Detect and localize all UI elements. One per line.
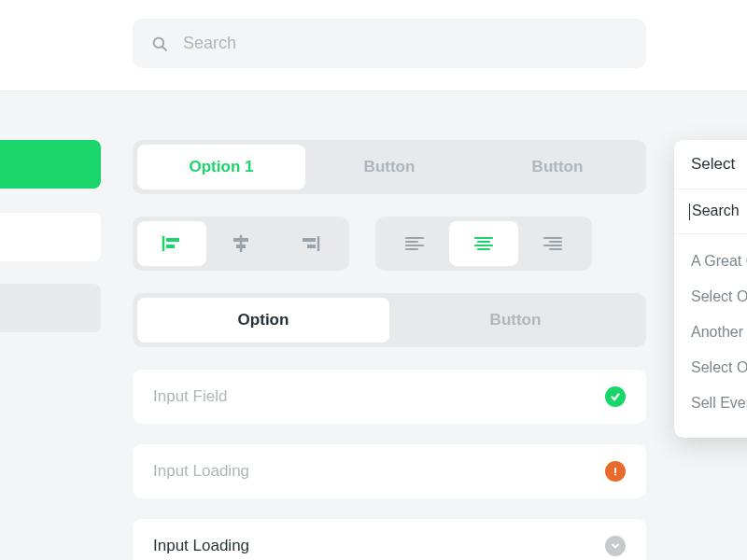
dropdown-item[interactable]: Select Option bbox=[674, 350, 747, 385]
input-field-valid[interactable]: Input Field bbox=[133, 370, 646, 424]
input-field-expandable[interactable]: Input Loading bbox=[133, 519, 646, 560]
svg-rect-3 bbox=[166, 238, 179, 242]
svg-rect-10 bbox=[307, 245, 316, 248]
align-top-icon[interactable] bbox=[137, 221, 206, 266]
search-field[interactable] bbox=[133, 19, 646, 68]
svg-rect-4 bbox=[166, 245, 175, 248]
dropdown-search[interactable]: Search bbox=[674, 189, 747, 234]
svg-point-24 bbox=[614, 474, 616, 476]
alert-icon bbox=[605, 461, 626, 482]
chevron-down-icon bbox=[605, 536, 626, 556]
align-bottom-icon[interactable] bbox=[275, 221, 345, 266]
segment2-option-1[interactable]: Option bbox=[137, 298, 389, 343]
segment2-option-2[interactable]: Button bbox=[389, 298, 641, 343]
check-icon bbox=[605, 386, 626, 407]
svg-rect-9 bbox=[303, 238, 316, 242]
align-vertical-group bbox=[133, 217, 349, 271]
dropdown-item[interactable]: A Great Option bbox=[674, 244, 747, 279]
dropdown-selected[interactable]: Select bbox=[674, 140, 747, 189]
svg-rect-7 bbox=[236, 245, 246, 248]
segment-option-3[interactable]: Button bbox=[473, 145, 641, 189]
input-label: Input Field bbox=[153, 387, 227, 406]
dropdown-item[interactable]: Sell Everything bbox=[674, 385, 747, 421]
text-align-right-icon[interactable] bbox=[518, 221, 587, 266]
search-input[interactable] bbox=[183, 34, 627, 53]
text-align-left-icon[interactable] bbox=[380, 221, 449, 266]
select-dropdown: Select Search A Great Option Select Opti… bbox=[674, 140, 747, 438]
dropdown-search-text: Search bbox=[692, 203, 740, 218]
sidebar-button-tertiary[interactable] bbox=[0, 284, 101, 332]
text-align-group bbox=[375, 217, 592, 271]
input-label: Input Loading bbox=[153, 537, 249, 555]
align-middle-icon[interactable] bbox=[206, 221, 275, 266]
sidebar-button-primary[interactable] bbox=[0, 140, 101, 189]
text-align-center-icon[interactable] bbox=[449, 221, 518, 266]
svg-line-1 bbox=[162, 47, 166, 50]
topbar bbox=[0, 0, 747, 91]
search-icon bbox=[151, 35, 168, 52]
dropdown-item[interactable]: Select Option bbox=[674, 279, 747, 315]
segment-option-2[interactable]: Button bbox=[305, 145, 473, 189]
sidebar-button-secondary[interactable] bbox=[0, 213, 101, 261]
segmented-control-2: Option Button bbox=[133, 293, 646, 347]
segmented-control-1: Option 1 Button Button bbox=[133, 140, 646, 194]
svg-rect-6 bbox=[233, 238, 248, 242]
input-field-loading[interactable]: Input Loading bbox=[133, 444, 646, 498]
segment-option-1[interactable]: Option 1 bbox=[137, 145, 305, 189]
dropdown-list: A Great Option Select Option Another One… bbox=[674, 234, 747, 438]
input-label: Input Loading bbox=[153, 462, 249, 481]
icon-toggle-row bbox=[133, 217, 747, 271]
dropdown-item[interactable]: Another One bbox=[674, 315, 747, 350]
